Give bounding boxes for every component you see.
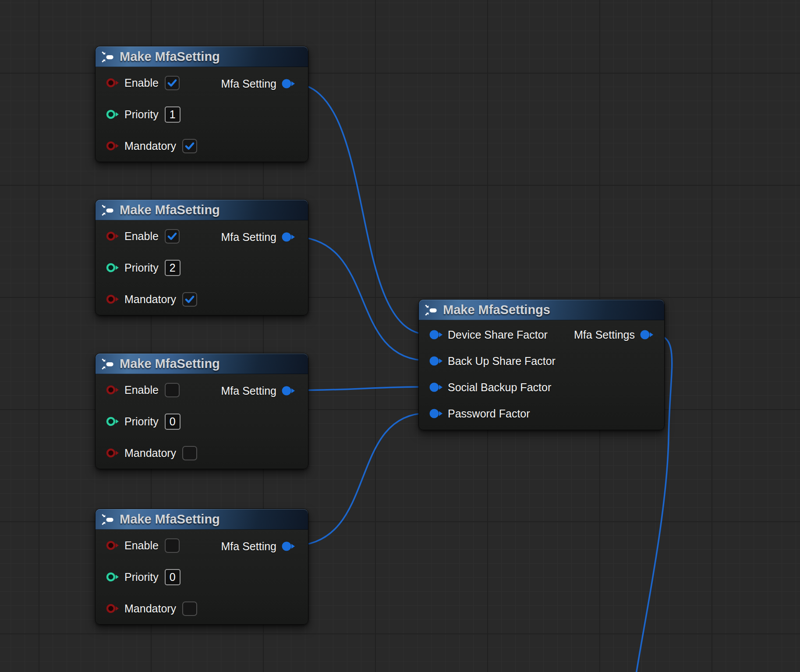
pin-row-mfa-settings-out: Mfa Settings (574, 322, 664, 348)
node-title: Make MfaSetting (120, 512, 220, 527)
bool-pin-icon[interactable] (106, 604, 120, 613)
bool-pin-icon[interactable] (106, 294, 120, 304)
check-icon (184, 140, 195, 152)
check-icon (166, 230, 178, 242)
mandatory-checkbox[interactable] (182, 139, 197, 153)
node-make-mfa-setting-1[interactable]: Make MfaSetting Enable Priority 1 (95, 46, 308, 162)
struct-pin-icon-connected[interactable] (282, 386, 296, 396)
make-struct-icon (425, 304, 438, 317)
bool-pin-icon[interactable] (106, 541, 120, 550)
pin-row-social-backup-factor: Social Backup Factor (419, 374, 664, 400)
mandatory-checkbox[interactable] (182, 292, 197, 307)
node-title: Make MfaSettings (443, 303, 550, 317)
node-title: Make MfaSetting (120, 50, 220, 64)
pin-label: Password Factor (448, 407, 530, 420)
wire-mfasetting3-to-social-backup-factor[interactable] (292, 387, 428, 390)
node-title: Make MfaSetting (120, 203, 220, 217)
node-make-mfa-settings[interactable]: Make MfaSettings Device Share Factor Bac… (418, 299, 665, 430)
bool-pin-icon[interactable] (106, 78, 120, 88)
struct-pin-icon-connected[interactable] (429, 330, 443, 340)
check-icon (166, 77, 178, 88)
bool-pin-icon[interactable] (106, 448, 120, 458)
pin-row-mfa-setting-out: Mfa Setting (221, 531, 308, 562)
node-header[interactable]: Make MfaSetting (96, 46, 308, 67)
int-pin-icon[interactable] (106, 110, 120, 119)
pin-label: Mandatory (124, 602, 176, 615)
priority-value-input[interactable]: 0 (165, 414, 181, 430)
pin-row-priority: Priority 0 (96, 406, 308, 437)
priority-value-input[interactable]: 0 (165, 569, 181, 585)
pin-label: Enable (124, 539, 159, 552)
struct-pin-icon-connected[interactable] (640, 330, 654, 340)
node-title: Make MfaSetting (120, 357, 220, 371)
struct-pin-icon-connected[interactable] (282, 541, 296, 551)
blueprint-graph-canvas[interactable]: Make MfaSetting Enable Priority 1 (0, 0, 800, 672)
make-struct-icon (101, 513, 114, 526)
bool-pin-icon[interactable] (106, 385, 120, 395)
pin-label: Mfa Setting (221, 540, 276, 553)
struct-pin-icon-connected[interactable] (429, 409, 443, 418)
pin-label: Priority (124, 415, 159, 428)
make-struct-icon (101, 357, 114, 371)
pin-label: Priority (124, 262, 159, 274)
pin-row-mandatory: Mandatory (96, 437, 308, 469)
node-make-mfa-setting-3[interactable]: Make MfaSetting Enable Priority 0 (95, 353, 308, 469)
pin-label: Device Share Factor (448, 329, 548, 341)
pin-row-priority: Priority 0 (96, 561, 308, 593)
struct-pin-icon-connected[interactable] (429, 382, 443, 392)
wire-mfasetting1-to-device-share-factor[interactable] (292, 83, 428, 334)
mandatory-checkbox[interactable] (182, 446, 197, 460)
pin-label: Mandatory (124, 140, 176, 152)
enable-checkbox[interactable] (165, 76, 180, 90)
node-make-mfa-setting-4[interactable]: Make MfaSetting Enable Priority 0 (95, 509, 308, 625)
check-icon (184, 294, 195, 305)
pin-label: Enable (124, 77, 159, 89)
pin-label: Mfa Setting (221, 78, 276, 90)
pin-row-mandatory: Mandatory (96, 283, 308, 315)
pin-label: Mfa Setting (221, 231, 276, 244)
bool-pin-icon[interactable] (106, 141, 120, 151)
pin-row-priority: Priority 2 (96, 252, 308, 283)
pin-row-back-up-share-factor: Back Up Share Factor (419, 348, 664, 374)
pin-label: Mandatory (124, 293, 176, 306)
pin-label: Social Backup Factor (448, 381, 551, 394)
int-pin-icon[interactable] (106, 572, 120, 582)
node-header[interactable]: Make MfaSettings (419, 300, 664, 320)
make-struct-icon (101, 50, 114, 64)
node-header[interactable]: Make MfaSetting (96, 509, 308, 530)
pin-row-mandatory: Mandatory (96, 593, 308, 624)
int-pin-icon[interactable] (106, 417, 120, 426)
pin-row-mandatory: Mandatory (96, 130, 308, 162)
wire-mfasetting2-to-backup-share-factor[interactable] (292, 237, 428, 361)
pin-row-password-factor: Password Factor (419, 400, 664, 427)
enable-checkbox[interactable] (165, 538, 180, 553)
node-header[interactable]: Make MfaSetting (96, 354, 308, 374)
priority-value-input[interactable]: 1 (165, 106, 181, 123)
pin-row-mfa-setting-out: Mfa Setting (221, 68, 308, 99)
make-struct-icon (101, 204, 114, 217)
pin-label: Enable (124, 230, 159, 243)
pin-label: Enable (124, 384, 159, 396)
int-pin-icon[interactable] (106, 263, 120, 272)
pin-label: Priority (124, 571, 159, 584)
wire-mfasetting4-to-password-factor[interactable] (292, 413, 428, 546)
struct-pin-icon-connected[interactable] (429, 356, 443, 366)
pin-label: Mfa Settings (574, 329, 635, 341)
struct-pin-icon-connected[interactable] (282, 232, 296, 242)
pin-row-mfa-setting-out: Mfa Setting (221, 375, 308, 407)
node-header[interactable]: Make MfaSetting (96, 200, 308, 220)
pin-label: Mfa Setting (221, 385, 276, 397)
enable-checkbox[interactable] (165, 383, 180, 397)
node-make-mfa-setting-2[interactable]: Make MfaSetting Enable Priority 2 (95, 199, 308, 315)
pin-label: Mandatory (124, 447, 176, 460)
struct-pin-icon-connected[interactable] (282, 79, 296, 88)
pin-label: Back Up Share Factor (448, 355, 556, 368)
pin-row-priority: Priority 1 (96, 99, 308, 130)
bool-pin-icon[interactable] (106, 231, 120, 241)
pin-row-mfa-setting-out: Mfa Setting (221, 221, 308, 253)
enable-checkbox[interactable] (165, 229, 180, 244)
priority-value-input[interactable]: 2 (165, 260, 181, 276)
pin-label: Priority (124, 108, 159, 121)
mandatory-checkbox[interactable] (182, 601, 197, 616)
